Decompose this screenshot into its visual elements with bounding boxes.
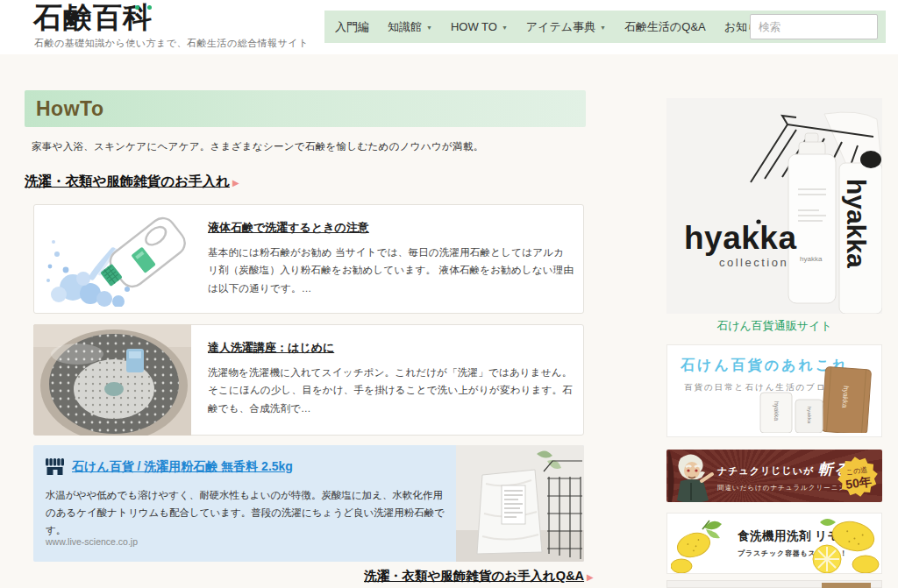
logo-accent-dot [135, 5, 139, 10]
page-title: HowTo [25, 90, 586, 121]
limonene-banner[interactable]: 食洗機用洗剤 リモネン プラスチック容器もスッキリ！ [666, 513, 882, 574]
chevron-down-icon: ▼ [426, 23, 432, 31]
nav-item-howto[interactable]: HOW TO ▼ [451, 20, 508, 33]
nav-item-qa[interactable]: 石鹸生活のQ&A [624, 19, 706, 35]
main-nav: 入門編 知識館 ▼ HOW TO ▼ アイテム事典 ▼ 石鹸生活のQ&A お知ら… [324, 11, 886, 43]
section-heading-laundry[interactable]: 洗濯・衣類や服飾雑貨のお手入れ▶ [25, 173, 239, 191]
page-title-banner: HowTo [25, 90, 586, 127]
pink-arrow-icon: ▶ [232, 178, 239, 188]
jug-brand-text: hyakka [842, 179, 871, 268]
product-link[interactable]: 石けん百貨 / 洗濯用粉石鹸 無香料 2.5kg [72, 459, 293, 475]
nav-item-intro[interactable]: 入門編 [335, 19, 369, 35]
badge-50-years: この道 50年 [837, 456, 879, 501]
article-card: 液体石鹸で洗濯するときの注意 基本的には粉石鹸がお勧め 当サイトでは、毎日の洗濯… [33, 204, 584, 314]
crate-shape [822, 583, 871, 588]
paper-bags-illustration: hyakka hyakka hyakka [748, 366, 881, 436]
shop-banner-hyakka[interactable]: hyakka hyakka hyakka collection [666, 98, 882, 314]
article-thumbnail-washing-machine[interactable] [33, 324, 191, 436]
product-description: 水温がやや低めでも溶けやすく、耐硬水性もよいのが特徴。炭酸塩に加え、水軟化作用の… [46, 486, 447, 539]
pink-arrow-icon: ▶ [587, 572, 594, 582]
nav-item-knowledge[interactable]: 知識館 ▼ [388, 19, 432, 35]
lemon-illustration-right [801, 514, 881, 574]
site-header: 石鹸百科 石鹸の基礎知識から使い方まで、石鹸生活の総合情報サイト 入門編 知識館… [0, 0, 898, 54]
article-title-link[interactable]: 達人洗濯講座：はじめに [208, 341, 334, 354]
search-box [750, 14, 878, 39]
article-excerpt: 基本的には粉石鹸がお勧め 当サイトでは、毎日の洗濯用石鹸としてはアルカリ剤（炭酸… [208, 244, 574, 297]
blog-banner[interactable]: 石けん百貨のあれこれ 百貨の日常と石けん生活のブログ hyakka hyakka… [666, 344, 882, 437]
search-input[interactable] [751, 21, 898, 33]
column-banner-natu-kuri[interactable]: ナチュクリじじいが 斬る！ 間違いだらけのナチュラルクリーニング この道 50年 [666, 450, 882, 502]
page-intro: 家事や入浴、スキンケアにヘアケア。さまざまなシーンで石鹸を愉しむためのノウハウが… [32, 140, 484, 153]
site-tagline: 石鹸の基礎知識から使い方まで、石鹸生活の総合情報サイト [34, 37, 309, 50]
chevron-down-icon: ▼ [600, 23, 606, 31]
old-man-illustration [668, 451, 716, 502]
svg-text:hyakka: hyakka [773, 401, 780, 421]
lemon-illustration-left [671, 515, 736, 574]
logo-accent-dot [147, 5, 152, 10]
shop-banner-caption-link[interactable]: 石けん百貨通販サイト [666, 318, 882, 334]
svg-text:hyakka: hyakka [807, 407, 812, 424]
article-card: 達人洗濯講座：はじめに 洗濯物を洗濯機に入れてスイッチポン。これだけが「洗濯」で… [33, 324, 584, 436]
product-url: www.live-science.co.jp [46, 536, 138, 547]
nav-item-item-dictionary[interactable]: アイテム事典 ▼ [526, 19, 606, 35]
svg-text:hyakka: hyakka [800, 255, 823, 263]
chevron-down-icon: ▼ [502, 23, 508, 31]
brand-sub-text: collection [719, 256, 788, 269]
section-heading-laundry-qa[interactable]: 洗濯・衣類や服飾雑貨のお手入れQ&A▶ [364, 568, 594, 584]
brand-text: hyakka [684, 220, 797, 256]
store-icon [46, 458, 64, 475]
article-title-link[interactable]: 液体石鹸で洗濯するときの注意 [208, 221, 369, 234]
article-thumbnail-liquid-soap[interactable] [43, 212, 199, 307]
svg-text:hyakka: hyakka [840, 386, 850, 408]
partial-banner[interactable] [666, 580, 882, 588]
product-photo-soap-bag[interactable] [456, 445, 584, 562]
product-card: 石けん百貨 / 洗濯用粉石鹸 無香料 2.5kg 水温がやや低めでも溶けやすく、… [33, 445, 584, 562]
article-excerpt: 洗濯物を洗濯機に入れてスイッチポン。これだけが「洗濯」ではありません。 そこにほ… [208, 364, 574, 417]
site-logo[interactable]: 石鹸百科 [33, 2, 153, 33]
